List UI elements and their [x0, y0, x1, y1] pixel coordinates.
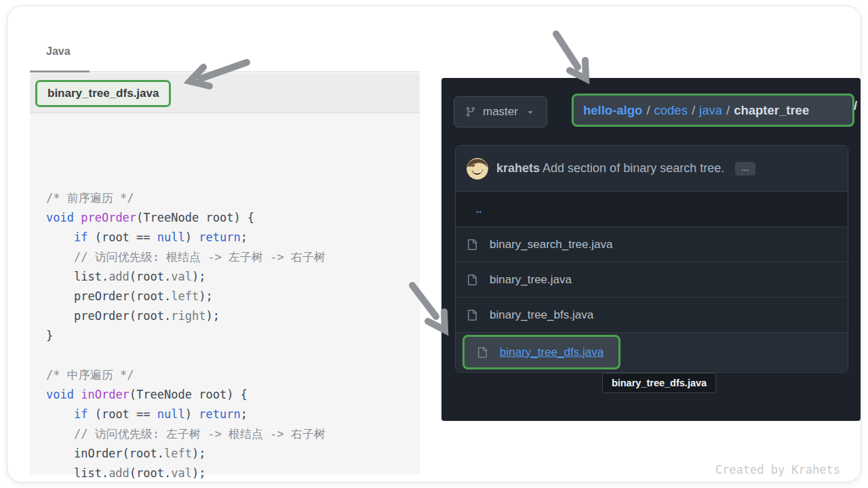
file-list-box: krahets Add section of binary search tre… [455, 145, 848, 373]
file-icon [477, 347, 488, 358]
parent-directory-row[interactable]: .. [456, 191, 848, 226]
repo-panel: master hello-algo/codes/java/chapter_tre… [441, 78, 861, 421]
latest-commit-row: krahets Add section of binary search tre… [456, 146, 848, 191]
git-branch-icon [465, 106, 476, 117]
file-title: binary_tree_dfs.java [47, 87, 159, 100]
breadcrumb-separator: / [722, 103, 734, 117]
breadcrumb-segment[interactable]: codes [654, 103, 688, 117]
commit-author[interactable]: krahets [496, 161, 540, 175]
file-name-link[interactable]: binary_tree_dfs.java [500, 346, 604, 359]
file-name[interactable]: binary_tree_bfs.java [490, 308, 593, 322]
breadcrumb: hello-algo/codes/java/chapter_tree [583, 103, 809, 118]
commit-message[interactable]: krahets Add section of binary search tre… [496, 161, 724, 176]
link-tooltip: binary_tree_dfs.java [602, 373, 716, 393]
breadcrumb-segment: chapter_tree [734, 103, 809, 117]
file-name[interactable]: binary_tree.java [490, 273, 572, 287]
code-area: /* 前序遍历 */ void preOrder(TreeNode root) … [46, 188, 326, 483]
file-row[interactable]: binary_search_tree.java [456, 226, 848, 262]
breadcrumb-highlight: hello-algo/codes/java/chapter_tree [572, 94, 854, 127]
file-row-highlighted[interactable]: binary_tree_dfs.java [456, 332, 848, 371]
branch-name: master [483, 105, 518, 119]
chevron-down-icon [525, 106, 536, 117]
breadcrumb-segment[interactable]: java [699, 103, 722, 117]
file-row-highlight-box: binary_tree_dfs.java [462, 335, 620, 369]
file-title-highlight: binary_tree_dfs.java [35, 80, 171, 107]
file-icon [467, 274, 477, 285]
breadcrumb-separator: / [688, 103, 699, 117]
breadcrumb-trailing-slash: / [854, 98, 857, 113]
tab-active-indicator [30, 70, 90, 73]
branch-selector-button[interactable]: master [454, 96, 547, 127]
code-header: binary_tree_dfs.java [30, 73, 420, 113]
file-name[interactable]: binary_search_tree.java [490, 238, 612, 251]
file-row[interactable]: binary_tree_bfs.java [456, 297, 848, 332]
code-panel: binary_tree_dfs.java /* 前序遍历 */ void pre… [30, 73, 420, 474]
figure-card: Java binary_tree_dfs.java /* 前序遍历 */ voi… [7, 5, 861, 483]
parent-directory-link[interactable]: .. [476, 203, 481, 215]
file-icon [467, 239, 477, 250]
breadcrumb-separator: / [642, 103, 654, 117]
credit-text: Created by Krahets [715, 463, 840, 476]
commit-ellipsis-button[interactable]: … [735, 162, 755, 176]
file-icon [467, 310, 477, 321]
tab-java[interactable]: Java [46, 45, 71, 58]
breadcrumb-segment[interactable]: hello-algo [583, 103, 642, 117]
avatar[interactable] [467, 158, 488, 180]
file-row[interactable]: binary_tree.java [456, 262, 848, 297]
